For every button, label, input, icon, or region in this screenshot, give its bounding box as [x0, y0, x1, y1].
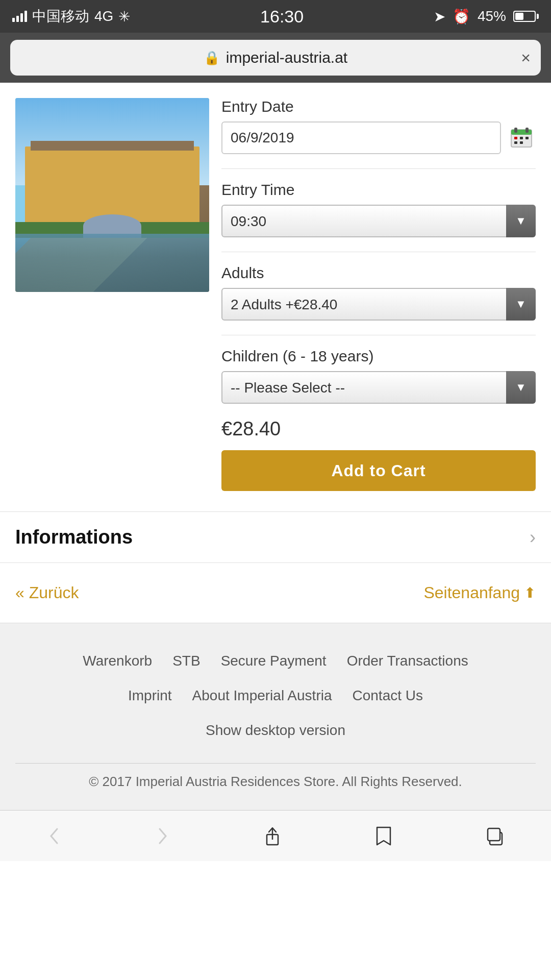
svg-rect-12 — [488, 828, 500, 841]
entry-time-select[interactable]: 09:30 10:00 10:30 — [221, 205, 536, 237]
svg-rect-6 — [525, 137, 529, 139]
footer-link-desktop[interactable]: Show desktop version — [195, 718, 356, 743]
bottom-browser-bar — [0, 810, 551, 861]
svg-rect-4 — [514, 137, 517, 139]
water-reflection — [15, 234, 209, 292]
children-select-wrapper: -- Please Select -- 0 Children 1 Child 2… — [221, 371, 536, 404]
svg-rect-7 — [514, 141, 517, 144]
palace-roof — [31, 141, 193, 151]
entry-date-label: Entry Date — [221, 98, 536, 115]
footer-link-secure-payment[interactable]: Secure Payment — [211, 649, 337, 673]
adults-select-wrapper: 2 Adults +€28.40 1 Adult +€14.20 3 Adult… — [221, 288, 536, 321]
footer-links-row-3: Show desktop version — [15, 718, 536, 743]
url-text[interactable]: imperial-austria.at — [226, 49, 347, 66]
url-bar: 🔒 imperial-austria.at × — [0, 33, 551, 83]
status-left: 中国移动 4G ✳ — [12, 7, 130, 26]
battery-label: 45% — [478, 8, 506, 24]
divider-2 — [221, 252, 536, 252]
status-right: ➤ ⏰ 45% — [434, 8, 539, 25]
children-label: Children (6 - 18 years) — [221, 348, 536, 365]
signal-icon — [12, 11, 27, 22]
navigation-row: « Zurück Seitenanfang ⬆ — [0, 563, 551, 623]
status-bar: 中国移动 4G ✳ 16:30 ➤ ⏰ 45% — [0, 0, 551, 33]
top-button[interactable]: Seitenanfang ⬆ — [423, 583, 536, 602]
back-nav-button[interactable] — [30, 822, 79, 850]
svg-rect-3 — [525, 128, 529, 133]
adults-group: Adults 2 Adults +€28.40 1 Adult +€14.20 … — [221, 264, 536, 321]
informations-section[interactable]: Informations › — [0, 511, 551, 563]
lock-icon: 🔒 — [204, 50, 220, 66]
location-icon: ➤ — [434, 8, 445, 25]
price-display: €28.40 — [221, 418, 536, 440]
footer-link-about[interactable]: About Imperial Austria — [182, 683, 342, 708]
battery-icon — [513, 11, 539, 22]
entry-time-select-wrapper: 09:30 10:00 10:30 ▼ — [221, 205, 536, 237]
divider-3 — [221, 335, 536, 335]
close-icon[interactable]: × — [521, 48, 531, 67]
tabs-button[interactable] — [469, 820, 521, 852]
adults-label: Adults — [221, 264, 536, 282]
share-button[interactable] — [246, 820, 298, 852]
footer-links-row-2: Imprint About Imperial Austria Contact U… — [15, 683, 536, 708]
main-content: Entry Date — [0, 83, 551, 506]
alarm-icon: ⏰ — [453, 8, 470, 25]
entry-date-input[interactable] — [221, 121, 501, 154]
footer: Warenkorb STB Secure Payment Order Trans… — [0, 623, 551, 810]
children-group: Children (6 - 18 years) -- Please Select… — [221, 348, 536, 404]
add-to-cart-button[interactable]: Add to Cart — [221, 450, 536, 491]
forward-nav-button[interactable] — [138, 822, 187, 850]
calendar-icon[interactable] — [507, 124, 536, 152]
product-section: Entry Date — [15, 98, 536, 491]
form-section: Entry Date — [221, 98, 536, 491]
network-label: 4G — [94, 8, 113, 24]
svg-rect-8 — [520, 141, 523, 144]
entry-time-group: Entry Time 09:30 10:00 10:30 ▼ — [221, 181, 536, 237]
footer-link-imprint[interactable]: Imprint — [118, 683, 182, 708]
up-arrow-icon: ⬆ — [524, 584, 536, 601]
svg-rect-5 — [520, 137, 523, 139]
date-input-row — [221, 121, 536, 154]
url-input-field[interactable]: 🔒 imperial-austria.at × — [10, 40, 541, 76]
footer-link-stb[interactable]: STB — [162, 649, 210, 673]
carrier-label: 中国移动 — [32, 7, 89, 26]
product-image — [15, 98, 209, 292]
footer-links-row-1: Warenkorb STB Secure Payment Order Trans… — [15, 649, 536, 673]
entry-time-label: Entry Time — [221, 181, 536, 199]
footer-link-order-transactions[interactable]: Order Transactions — [337, 649, 479, 673]
time-display: 16:30 — [260, 7, 304, 27]
entry-date-group: Entry Date — [221, 98, 536, 154]
footer-divider — [15, 763, 536, 764]
chevron-right-icon: › — [530, 527, 536, 548]
svg-rect-2 — [514, 128, 517, 133]
informations-title: Informations — [15, 526, 133, 548]
adults-select[interactable]: 2 Adults +€28.40 1 Adult +€14.20 3 Adult… — [221, 288, 536, 321]
footer-copyright: © 2017 Imperial Austria Residences Store… — [15, 774, 536, 790]
back-button[interactable]: « Zurück — [15, 583, 79, 602]
divider-1 — [221, 168, 536, 169]
footer-link-warenkorb[interactable]: Warenkorb — [72, 649, 162, 673]
bookmarks-button[interactable] — [358, 820, 410, 852]
footer-link-contact[interactable]: Contact Us — [342, 683, 434, 708]
children-select[interactable]: -- Please Select -- 0 Children 1 Child 2… — [221, 371, 536, 404]
wifi-icon: ✳ — [118, 8, 130, 25]
